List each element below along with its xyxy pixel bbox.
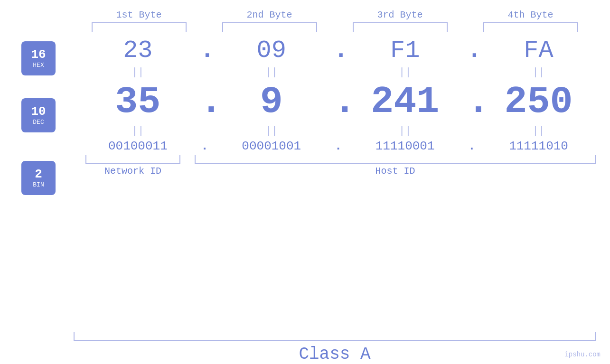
badge-dec-label: DEC [33,119,44,126]
class-label: Class A [74,345,596,364]
eq2-b3: || [353,125,457,137]
host-id-section: Host ID [195,155,596,177]
badge-bin-label: BIN [33,181,44,188]
bin-b2: 00001001 [219,140,324,152]
dec-b4: 250 [487,83,591,121]
dec-dot-1: . [200,80,209,123]
equals-row-2: || || || || [81,123,596,139]
hex-row: 23 . 09 . F1 . FA [81,37,596,65]
bin-b3: 11110001 [353,140,457,152]
hex-b2: 09 [219,38,324,63]
hex-b4: FA [487,38,591,63]
bracket-top-2 [222,22,317,32]
eq1-b1: || [85,66,190,78]
byte3-header: 3rd Byte [348,9,452,20]
bin-row: 00100011 . 00001001 . 11110001 . 1111101… [81,139,596,153]
watermark: ipshu.com [564,351,601,358]
bracket-top-3 [353,22,448,32]
badge-hex-number: 16 [31,48,46,62]
class-section: Class A [0,332,610,364]
host-id-label: Host ID [375,166,415,177]
eq1-b3: || [353,66,457,78]
bracket-top-4 [483,22,578,32]
class-bracket [74,332,596,341]
bin-dot-1: . [200,139,209,153]
rows-container: 23 . 09 . F1 . FA || || || || 35 [71,37,610,177]
dec-row: 35 . 9 . 241 . 250 [81,80,596,123]
badge-hex-label: HEX [33,62,44,69]
bin-dot-3: . [467,139,477,153]
badge-bin: 2 BIN [21,161,56,195]
dec-dot-2: . [333,80,343,123]
dec-b2: 9 [219,83,324,121]
bottom-brackets-row: Network ID Host ID [81,155,596,177]
network-id-bracket [85,155,180,164]
host-id-bracket [195,155,596,164]
byte1-header: 1st Byte [87,9,191,20]
byte-headers: 1st Byte 2nd Byte 3rd Byte 4th Byte [0,9,610,20]
badges-wrapper: 16 HEX 10 DEC 2 BIN [0,37,71,195]
hex-dot-3: . [467,37,477,65]
dec-b3: 241 [353,83,457,121]
byte4-header: 4th Byte [479,9,583,20]
dec-dot-3: . [467,80,477,123]
hex-dot-1: . [200,37,209,65]
dec-b1: 35 [85,83,190,121]
network-id-section: Network ID [81,155,185,177]
content-area: 16 HEX 10 DEC 2 BIN 23 . 09 . F1 . FA [0,37,610,327]
badge-bin-number: 2 [35,168,42,181]
badge-dec: 10 DEC [21,98,56,132]
byte2-header: 2nd Byte [217,9,322,20]
bracket-top-1 [92,22,187,32]
eq2-b1: || [85,125,190,137]
equals-row-1: || || || || [81,65,596,80]
badge-dec-number: 10 [31,105,46,119]
hex-dot-2: . [333,37,343,65]
badge-hex: 16 HEX [21,41,56,75]
eq1-b4: || [487,66,591,78]
bin-dot-2: . [333,139,343,153]
main-container: 1st Byte 2nd Byte 3rd Byte 4th Byte 16 H… [0,0,610,364]
hex-b1: 23 [85,38,190,63]
eq1-b2: || [219,66,324,78]
bin-b1: 00100011 [85,140,190,152]
eq2-b2: || [219,125,324,137]
top-brackets [0,22,610,32]
hex-b3: F1 [353,38,457,63]
network-id-label: Network ID [104,166,161,177]
bin-b4: 11111010 [487,140,591,152]
eq2-b4: || [487,125,591,137]
